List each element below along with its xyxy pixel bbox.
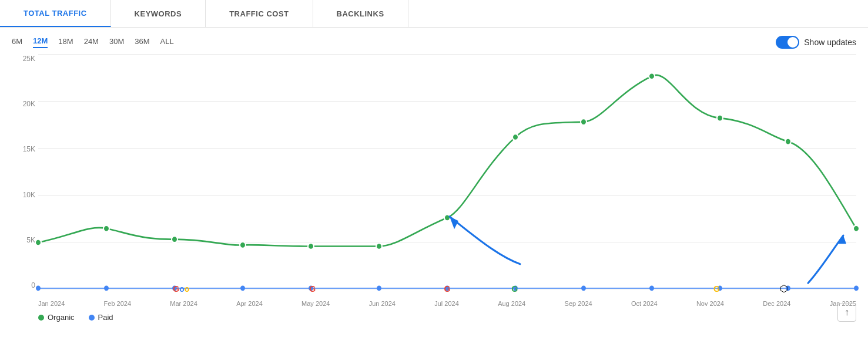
- chart-area: 25K 20K 15K 10K 5K 0: [0, 55, 868, 325]
- update-mar: Goo: [173, 284, 182, 294]
- annotation-arrow-2: [808, 235, 846, 283]
- update-nov: G: [712, 284, 722, 294]
- svg-point-12: [853, 225, 859, 232]
- svg-point-9: [649, 73, 655, 79]
- header-tabs: TOTAL TRAFFIC KEYWORDS TRAFFIC COST BACK…: [0, 0, 868, 28]
- legend-organic-label: Organic: [48, 313, 75, 322]
- svg-point-2: [172, 236, 177, 242]
- x-label-apr24: Apr 2024: [236, 300, 263, 307]
- y-label-0: 0: [31, 281, 35, 289]
- tab-traffic-cost[interactable]: TRAFFIC COST: [206, 0, 313, 27]
- show-updates-toggle[interactable]: [776, 36, 799, 49]
- google-updates-row: Goo G G G G ⬡: [38, 283, 856, 294]
- controls-row: 6M 12M 18M 24M 30M 36M ALL Show updates: [0, 28, 868, 55]
- svg-point-3: [240, 242, 246, 248]
- update-jul: G: [443, 284, 452, 294]
- x-label-feb24: Feb 2024: [104, 300, 131, 307]
- x-label-jan24: Jan 2024: [38, 300, 65, 307]
- legend-organic: Organic: [38, 313, 75, 322]
- legend-paid-label: Paid: [98, 313, 113, 322]
- export-button[interactable]: ↑: [837, 303, 856, 322]
- time-filter-all[interactable]: ALL: [160, 37, 174, 48]
- svg-point-11: [785, 139, 791, 145]
- x-label-sep24: Sep 2024: [565, 300, 592, 307]
- update-aug: G: [510, 284, 520, 294]
- legend-organic-dot: [38, 315, 44, 321]
- x-axis-labels: Jan 2024 Feb 2024 Mar 2024 Apr 2024 May …: [38, 300, 856, 307]
- chart-inner: [38, 55, 856, 289]
- y-label-10k: 10K: [23, 191, 35, 199]
- svg-point-4: [308, 243, 314, 250]
- svg-marker-26: [450, 217, 458, 230]
- legend-paid: Paid: [89, 313, 113, 322]
- svg-point-0: [35, 240, 41, 246]
- export-icon: ↑: [844, 307, 849, 318]
- x-label-jun24: Jun 2024: [369, 300, 396, 307]
- update-dec: ⬡: [779, 283, 789, 294]
- time-filters: 6M 12M 18M 24M 30M 36M ALL: [12, 36, 174, 48]
- x-label-oct24: Oct 2024: [631, 300, 658, 307]
- y-axis: 25K 20K 15K 10K 5K 0: [12, 55, 35, 289]
- svg-point-1: [103, 225, 109, 232]
- y-label-20k: 20K: [23, 100, 35, 108]
- legend: Organic Paid: [38, 313, 113, 322]
- time-filter-36m[interactable]: 36M: [135, 37, 149, 48]
- svg-point-6: [444, 214, 450, 221]
- svg-point-5: [376, 243, 382, 250]
- svg-point-8: [581, 119, 587, 125]
- x-label-nov24: Nov 2024: [696, 300, 724, 307]
- x-label-jul24: Jul 2024: [434, 300, 459, 307]
- show-updates-control: Show updates: [776, 36, 856, 49]
- svg-point-10: [717, 115, 723, 122]
- annotation-arrow-1: [450, 217, 520, 264]
- x-label-aug24: Aug 2024: [498, 300, 525, 307]
- x-label-dec24: Dec 2024: [763, 300, 790, 307]
- tab-backlinks[interactable]: BACKLINKS: [313, 0, 408, 27]
- tab-keywords[interactable]: KEYWORDS: [111, 0, 206, 27]
- legend-paid-dot: [89, 315, 95, 321]
- chart-svg: [38, 55, 856, 289]
- time-filter-18m[interactable]: 18M: [58, 37, 73, 48]
- update-may: G: [308, 284, 317, 294]
- time-filter-30m[interactable]: 30M: [109, 37, 124, 48]
- time-filter-12m[interactable]: 12M: [33, 36, 48, 48]
- y-label-25k: 25K: [23, 55, 35, 63]
- tab-total-traffic[interactable]: TOTAL TRAFFIC: [0, 0, 111, 27]
- y-label-15k: 15K: [23, 145, 35, 153]
- time-filter-24m[interactable]: 24M: [84, 37, 99, 48]
- show-updates-label: Show updates: [804, 38, 856, 47]
- x-label-may24: May 2024: [301, 300, 330, 307]
- x-label-mar24: Mar 2024: [170, 300, 197, 307]
- y-label-5k: 5K: [26, 236, 35, 244]
- svg-point-7: [512, 134, 518, 140]
- time-filter-6m[interactable]: 6M: [12, 37, 22, 48]
